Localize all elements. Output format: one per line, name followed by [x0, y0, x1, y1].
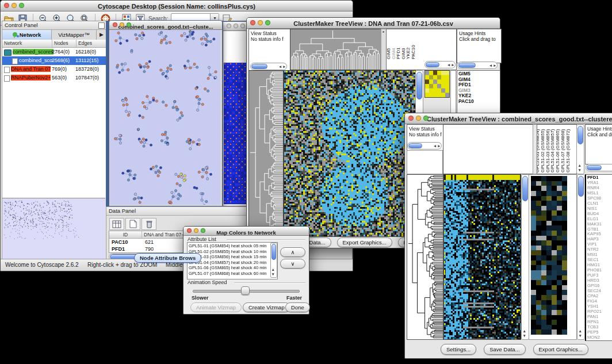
labels-hscrollbar[interactable]: ◂▸ [424, 61, 456, 68]
usage-hints-text: Click and drag to [587, 132, 612, 137]
attribute-list-item[interactable]: GPL51-03 (GSM856) heat shock 15 min [189, 254, 276, 260]
float-panel-icon[interactable] [98, 22, 105, 29]
col-nodes[interactable]: Nodes [52, 40, 76, 47]
create-vizmap-button[interactable]: Create Vizmap [243, 302, 290, 312]
dialog-titlebar[interactable]: Map Colors to Network [183, 227, 309, 236]
delete-attribute-icon[interactable] [141, 218, 156, 230]
network-tree-row[interactable]: combined_sco 2569(6) 13112(15) [2, 56, 106, 65]
minimize-icon[interactable] [416, 116, 421, 121]
gene-label[interactable]: MON2 [587, 335, 612, 340]
column-dendrogram[interactable] [443, 124, 533, 174]
zoom-heatmap[interactable] [424, 70, 450, 98]
traffic-lights[interactable] [113, 22, 131, 27]
dense-network-view[interactable] [224, 63, 247, 204]
network-name: combined_sco [19, 58, 52, 63]
save-data-button[interactable]: Save Data... [484, 344, 525, 355]
export-graphics-button[interactable]: Export Graphics... [337, 237, 392, 247]
background-network-window[interactable] [223, 21, 249, 206]
rotated-column-label[interactable]: GPL51-02 (GSM855) [540, 129, 545, 173]
node-attribute-browser-tab[interactable]: Node Attribute Brows [134, 253, 201, 263]
move-up-button[interactable]: ∧ [280, 247, 305, 257]
usage-hints-hscrollbar[interactable]: ◂▸ [457, 62, 498, 69]
animate-vizmap-button[interactable]: Animate Vizmap [190, 302, 242, 312]
treeview1-titlebar[interactable]: ClusterMaker TreeView : DNA and Tran 07-… [247, 18, 500, 29]
rotated-column-label[interactable]: YKE2 [406, 48, 411, 59]
zoom-window-icon[interactable] [201, 228, 205, 233]
zoom-heatmap[interactable] [531, 176, 567, 335]
network-view-titlebar[interactable]: combined_scores_good.txt--cluste... [109, 21, 222, 30]
control-panel-title: Control Panel [5, 22, 38, 28]
treeview2-titlebar[interactable]: ClusterMaker TreeView : combined_scores_… [405, 113, 612, 124]
column-dendrogram[interactable] [290, 29, 381, 70]
export-graphics-button[interactable]: Export Graphics... [533, 344, 588, 355]
network-tree-row[interactable]: DNA and Tran 07 769(0) 183728(0) [2, 65, 106, 74]
treeview2-buttons: Settings... Save Data... Export Graphics… [441, 344, 588, 355]
minimize-icon[interactable] [258, 20, 263, 25]
close-icon[interactable] [187, 228, 192, 233]
traffic-lights[interactable] [408, 116, 429, 121]
done-button[interactable]: Done [285, 302, 310, 312]
col-id[interactable]: ID [109, 231, 142, 238]
rotated-column-label[interactable]: PAC10 [411, 45, 416, 59]
labels-vscrollbar[interactable]: ▴▾ [576, 124, 584, 174]
network-tree-row[interactable]: RNAPuberNov2+ 563(0) 107847(0) [2, 74, 106, 82]
heatmap-view[interactable] [443, 174, 521, 340]
attribute-list-item[interactable]: GPL51-06 (GSM865) heat shock 40 min [189, 265, 276, 271]
attribute-list-item[interactable]: GPL51-02 (GSM855) heat shock 10 min [189, 249, 276, 255]
attribute-listbox[interactable]: GPL51-01 (GSM854) heat shock 05 minGPL51… [187, 242, 278, 279]
row-dendrogram[interactable] [407, 174, 443, 340]
close-icon[interactable] [113, 22, 117, 27]
attribute-list-item[interactable]: GPL51-07 (GSM868) heat shock 60 min [189, 271, 276, 277]
row-dendrogram[interactable] [248, 70, 284, 237]
attribute-list-item[interactable]: GPL51-04 (GSM857) heat shock 20 min [189, 260, 276, 266]
network-edges-count: 16218(0) [75, 48, 96, 56]
view-status-hscrollbar[interactable]: ◂▸ [407, 142, 442, 150]
traffic-lights[interactable] [4, 3, 24, 8]
tab-network[interactable]: Network [2, 30, 52, 40]
minimize-icon[interactable] [12, 3, 17, 8]
zoom-window-icon[interactable] [127, 22, 131, 27]
rotated-column-label[interactable]: GIM5 [386, 48, 391, 59]
traffic-lights[interactable] [187, 228, 205, 233]
network-view-canvas[interactable] [110, 30, 220, 205]
treeview2-window: ClusterMaker TreeView : combined_scores_… [404, 113, 612, 359]
rotated-column-label[interactable]: GPL51-06 (GSM865) [555, 129, 560, 173]
new-attribute-button[interactable] [125, 218, 140, 230]
gene-label[interactable]: PAC10 [458, 99, 499, 105]
minimize-icon[interactable] [120, 22, 124, 27]
tab-vizmapper[interactable]: VizMapper™ [52, 30, 97, 40]
listbox-vscrollbar[interactable]: ▴▾ [270, 243, 277, 278]
col-network[interactable]: Network [2, 40, 52, 47]
animation-slider-thumb[interactable] [241, 286, 250, 295]
tab-overflow-arrow-icon[interactable]: ▶ [97, 30, 106, 40]
network-overview-panel[interactable] [2, 198, 105, 259]
rotated-column-label[interactable]: GPL51-08 (GSM872) [565, 129, 571, 173]
view-status-hscrollbar[interactable]: ◂▸ [250, 63, 287, 70]
network-nodes-count: 769(0) [52, 65, 67, 74]
zoom-window-icon[interactable] [19, 3, 24, 8]
heatmap-view[interactable] [284, 70, 416, 237]
network-tree-row[interactable]: combined_scores 2764(0) 16218(0) [2, 48, 106, 56]
view-status-label: View Status [251, 30, 291, 36]
select-attributes-button[interactable] [109, 218, 124, 230]
settings-button[interactable]: Settings... [441, 344, 476, 355]
attribute-list-item[interactable]: GPL51-01 (GSM854) heat shock 05 min [189, 243, 276, 249]
usage-hints-panel: Usage Hints Click and drag to [457, 29, 502, 63]
minimize-icon[interactable] [194, 228, 198, 233]
rotated-column-label[interactable]: PFD1 [396, 48, 401, 59]
move-down-button[interactable]: ∨ [280, 259, 305, 269]
network-view-window: combined_scores_good.txt--cluste... [109, 20, 223, 206]
zoom-window-icon[interactable] [265, 20, 270, 25]
zoom-window-icon[interactable] [423, 116, 429, 121]
genes-vscrollbar[interactable]: ▴▾ [577, 174, 585, 340]
col-edges[interactable]: Edges [76, 40, 106, 47]
close-icon[interactable] [4, 3, 9, 8]
rotated-column-label[interactable]: GPL51-07 (GSM868) [560, 129, 565, 173]
usage-hints-hscrollbar[interactable] [586, 164, 612, 171]
heatmap-vscrollbar[interactable]: ▴▾ [521, 174, 529, 340]
close-icon[interactable] [250, 20, 255, 25]
close-icon[interactable] [408, 116, 414, 121]
traffic-lights[interactable] [250, 20, 270, 25]
attribute-list-label: Attribute List [188, 236, 216, 242]
main-titlebar[interactable]: Cytoscape Desktop (Session Name: collins… [1, 1, 353, 12]
